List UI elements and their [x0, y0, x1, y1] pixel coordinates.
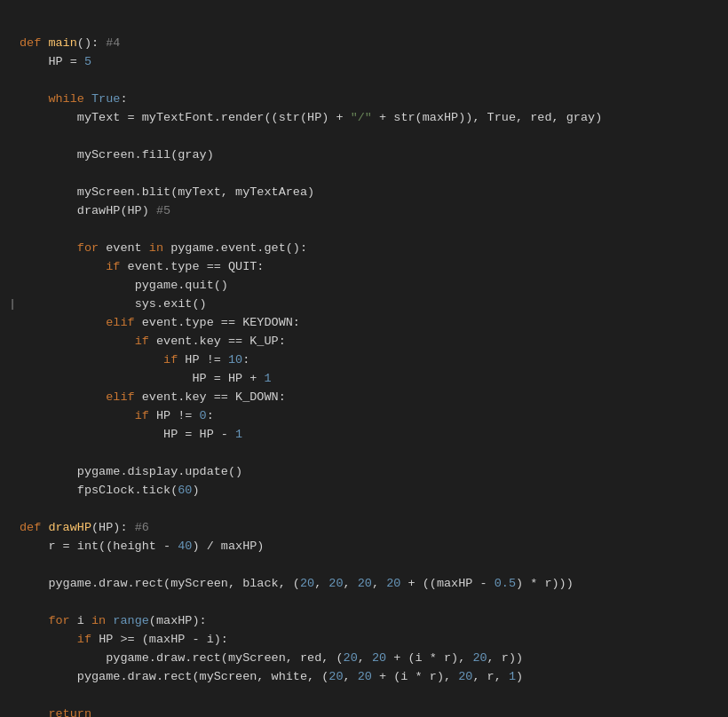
token-white-text: ) — [516, 670, 523, 683]
code-line: elif event.type == KEYDOWN: — [0, 314, 728, 333]
code-line: if HP != 0: — [0, 407, 728, 426]
token-number: 0 — [200, 409, 207, 422]
code-line: if HP != 10: — [0, 351, 728, 370]
token-white-text: event — [106, 241, 149, 255]
token-kw-def: def — [20, 36, 48, 50]
token-kw-if: if — [77, 633, 99, 646]
token-white-text: HP >= (maxHP - i): — [99, 633, 228, 646]
token-kw-in: in — [149, 241, 170, 255]
code-content: if event.type == QUIT: — [20, 258, 719, 277]
code-content: drawHP(HP) #5 — [20, 202, 719, 221]
token-number: 40 — [178, 540, 192, 553]
token-white-text: , — [314, 577, 328, 590]
token-white-text: + ((maxHP - — [400, 577, 494, 590]
code-line — [0, 445, 728, 463]
code-content: r = int((height - 40) / maxHP) — [20, 538, 719, 556]
token-kw-true: True — [91, 92, 120, 106]
token-kw-elif: elif — [106, 316, 142, 329]
token-white-text: HP != — [156, 409, 200, 422]
token-white-text: myScreen.fill(gray) — [77, 148, 214, 162]
token-number: 20 — [372, 651, 386, 665]
token-white-text: drawHP(HP) — [77, 204, 156, 217]
code-content: return — [20, 705, 719, 717]
code-content: if event.key == K_UP: — [20, 333, 719, 351]
token-white-text: , — [344, 670, 358, 683]
token-white-text: : — [242, 353, 249, 366]
code-content: pygame.draw.rect(myScreen, red, (20, 20 … — [20, 650, 719, 668]
token-number: 20 — [472, 651, 487, 665]
token-comment: #6 — [135, 521, 149, 534]
code-line: myText = myTextFont.render((str(HP) + "/… — [0, 109, 728, 128]
code-content: HP = HP - 1 — [20, 426, 719, 445]
token-white-text: fpsClock.tick( — [77, 484, 178, 497]
token-white-text: i — [77, 614, 91, 627]
code-content: def main(): #4 — [20, 35, 719, 53]
token-white-text: + str(maxHP)), True, red, gray) — [372, 111, 602, 124]
token-number: 20 — [328, 670, 343, 683]
code-line: def drawHP(HP): #6 — [0, 519, 728, 538]
token-white-text: , — [358, 651, 372, 665]
token-white-text: HP = HP - — [163, 428, 235, 441]
code-line: HP = HP - 1 — [0, 426, 728, 445]
token-comment: #5 — [156, 204, 170, 217]
code-content: def drawHP(HP): #6 — [20, 519, 719, 538]
token-number: 1 — [235, 428, 242, 441]
code-line — [0, 500, 728, 519]
token-white-text: HP = — [48, 55, 84, 68]
code-line: pygame.draw.rect(myScreen, white, (20, 2… — [0, 668, 728, 687]
token-white-text: , r, — [472, 670, 509, 683]
token-builtin: range — [113, 614, 149, 627]
code-content: elif event.type == KEYDOWN: — [20, 314, 719, 333]
token-number: 10 — [228, 353, 242, 366]
token-number: 20 — [300, 577, 314, 590]
token-white-text: event.key == K_DOWN: — [142, 390, 286, 404]
token-white-text: ) * r))) — [516, 577, 574, 590]
token-kw-if: if — [135, 409, 156, 422]
token-white-text: pygame.quit() — [135, 279, 228, 292]
token-white-text: myScreen.blit(myText, myTextArea) — [77, 185, 314, 199]
code-line: return — [0, 705, 728, 717]
code-content: myScreen.blit(myText, myTextArea) — [20, 184, 719, 202]
code-line: r = int((height - 40) / maxHP) — [0, 538, 728, 556]
token-kw-if: if — [106, 260, 127, 273]
code-content: pygame.quit() — [20, 277, 719, 295]
token-white-text: ) — [192, 484, 199, 497]
code-line: if HP >= (maxHP - i): — [0, 631, 728, 650]
code-line: elif event.key == K_DOWN: — [0, 389, 728, 407]
code-content: if HP != 10: — [20, 351, 719, 370]
token-func-name: main — [48, 36, 76, 50]
token-number: 0.5 — [495, 577, 516, 590]
code-line: myScreen.fill(gray) — [0, 146, 728, 165]
token-white-text: (): — [77, 36, 106, 50]
code-line — [0, 687, 728, 705]
token-number: 1 — [509, 670, 516, 683]
code-line: drawHP(HP) #5 — [0, 202, 728, 221]
token-white-text: + (i * r), — [372, 670, 458, 683]
code-content: for i in range(maxHP): — [20, 612, 719, 631]
token-white-text: , r)) — [487, 651, 524, 665]
code-content: myScreen.fill(gray) — [20, 146, 719, 165]
code-line: for i in range(maxHP): — [0, 612, 728, 631]
code-line: if event.key == K_UP: — [0, 333, 728, 351]
token-white-text: sys.exit() — [135, 297, 207, 311]
code-content: HP = HP + 1 — [20, 370, 719, 389]
gutter: | — [9, 295, 16, 314]
token-white-text: pygame.draw.rect(myScreen, white, ( — [77, 670, 329, 683]
token-string: "/" — [351, 111, 372, 124]
token-number: 20 — [344, 651, 358, 665]
token-func-name: drawHP — [48, 521, 91, 534]
token-number: 20 — [328, 577, 343, 590]
code-line: HP = 5 — [0, 53, 728, 72]
code-line: myScreen.blit(myText, myTextArea) — [0, 184, 728, 202]
token-white-text: pygame.display.update() — [77, 465, 242, 478]
token-white-text: : — [120, 92, 127, 106]
code-content: pygame.display.update() — [20, 463, 719, 482]
token-kw-for: for — [77, 241, 106, 255]
code-line: pygame.draw.rect(myScreen, black, (20, 2… — [0, 575, 728, 594]
code-content: if HP >= (maxHP - i): — [20, 631, 719, 650]
token-white-text: HP != — [185, 353, 228, 366]
token-number: 5 — [84, 55, 91, 68]
token-kw-if: if — [135, 335, 156, 348]
code-content: myText = myTextFont.render((str(HP) + "/… — [20, 109, 719, 128]
token-kw-in: in — [91, 614, 113, 627]
